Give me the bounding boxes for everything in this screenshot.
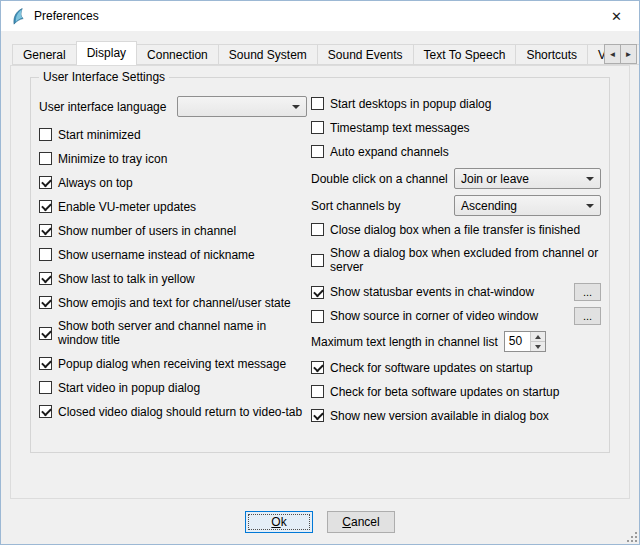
statusbar-events-config-button[interactable]: ...	[574, 283, 601, 301]
checkbox-timestamp-messages[interactable]: Timestamp text messages	[311, 120, 601, 135]
checkbox-label: Show number of users in channel	[58, 224, 236, 238]
checkbox-popup-text-message[interactable]: Popup dialog when receiving text message	[39, 356, 307, 371]
tab-scroll-left-button[interactable]: ◄	[604, 44, 621, 64]
tab-connection[interactable]: Connection	[136, 44, 219, 65]
video-source-config-button[interactable]: ...	[574, 307, 601, 325]
checkbox-label: Timestamp text messages	[330, 121, 470, 135]
checkbox-server-channel-title[interactable]: Show both server and channel name in win…	[39, 319, 307, 347]
tab-sound-system[interactable]: Sound System	[218, 44, 318, 65]
checkbox-box[interactable]	[311, 97, 324, 110]
video-source-row[interactable]: Show source in corner of video window ..…	[311, 307, 601, 325]
dialog-buttons: Ok Cancel	[1, 511, 639, 533]
checkbox-box[interactable]	[311, 121, 324, 134]
checkbox-label: Show new version available in dialog box	[330, 409, 549, 423]
tab-display[interactable]: Display	[76, 41, 137, 65]
language-select[interactable]	[177, 96, 307, 117]
language-label: User interface language	[39, 100, 166, 114]
tab-shortcuts[interactable]: Shortcuts	[515, 44, 588, 65]
checkbox-label: Start desktops in popup dialog	[330, 97, 491, 111]
checkbox-box[interactable]	[311, 223, 324, 236]
statusbar-events-row[interactable]: Show statusbar events in chat-window ...	[311, 283, 601, 301]
language-row: User interface language	[39, 96, 307, 117]
cancel-button[interactable]: Cancel	[327, 511, 395, 533]
checkbox-label: Show a dialog box when excluded from cha…	[330, 246, 601, 274]
checkbox-always-on-top[interactable]: Always on top	[39, 175, 307, 190]
checkbox-video-return-tab[interactable]: Closed video dialog should return to vid…	[39, 404, 307, 419]
spin-up-button[interactable]	[530, 332, 545, 341]
checkbox-box[interactable]	[39, 224, 52, 237]
checkbox-show-emojis[interactable]: Show emojis and text for channel/user st…	[39, 295, 307, 310]
tab-general[interactable]: General	[12, 44, 77, 65]
close-icon: ✕	[611, 9, 622, 24]
checkbox-box[interactable]	[39, 296, 52, 309]
checkbox-new-version-dialog[interactable]: Show new version available in dialog box	[311, 408, 601, 423]
double-click-value: Join or leave	[461, 172, 529, 186]
title-bar[interactable]: Preferences ✕	[1, 1, 639, 31]
checkbox-box[interactable]	[39, 357, 52, 370]
checkbox-box[interactable]	[39, 381, 52, 394]
checkbox-box[interactable]	[39, 405, 52, 418]
checkbox-box[interactable]	[311, 385, 324, 398]
checkbox-auto-expand[interactable]: Auto expand channels	[311, 144, 601, 159]
checkbox-label: Start video in popup dialog	[58, 381, 200, 395]
checkbox-box[interactable]	[311, 145, 324, 158]
checkbox-label: Show statusbar events in chat-window	[330, 285, 534, 299]
double-click-label: Double click on a channel	[311, 172, 448, 186]
checkbox-box[interactable]	[39, 152, 52, 165]
arrow-right-icon: ►	[625, 50, 633, 59]
arrow-down-icon	[535, 345, 541, 349]
checkbox-label: Auto expand channels	[330, 145, 449, 159]
max-text-length-spinner[interactable]: 50	[504, 331, 546, 352]
checkbox-box[interactable]	[311, 409, 324, 422]
max-text-length-value: 50	[505, 332, 530, 351]
cancel-key: C	[342, 515, 351, 529]
checkbox-start-minimized[interactable]: Start minimized	[39, 127, 307, 142]
group-title: User Interface Settings	[39, 70, 169, 84]
checkbox-excluded-dialog[interactable]: Show a dialog box when excluded from cha…	[311, 246, 601, 274]
tab-pane: User Interface Settings User interface l…	[10, 65, 630, 499]
checkbox-box[interactable]	[39, 248, 52, 261]
max-text-length-row: Maximum text length in channel list 50	[311, 331, 601, 352]
checkbox-label: Check for software updates on startup	[330, 361, 533, 375]
settings-columns: User interface language Start minimized …	[31, 78, 609, 432]
checkbox-box[interactable]	[39, 128, 52, 141]
sort-channels-row: Sort channels by Ascending	[311, 195, 601, 216]
checkbox-box[interactable]	[39, 176, 52, 189]
checkbox-box[interactable]	[311, 361, 324, 374]
resize-grip[interactable]	[625, 530, 637, 542]
tab-scroll-right-button[interactable]: ►	[620, 44, 637, 64]
checkbox-label: Show both server and channel name in win…	[58, 319, 307, 347]
app-icon	[10, 8, 27, 25]
checkbox-check-updates[interactable]: Check for software updates on startup	[311, 360, 601, 375]
checkbox-last-talk-yellow[interactable]: Show last to talk in yellow	[39, 271, 307, 286]
checkbox-vu-meter-updates[interactable]: Enable VU-meter updates	[39, 199, 307, 214]
cancel-rest: ancel	[351, 515, 380, 529]
max-text-length-label: Maximum text length in channel list	[311, 335, 498, 349]
double-click-select[interactable]: Join or leave	[454, 168, 601, 189]
checkbox-show-username[interactable]: Show username instead of nickname	[39, 247, 307, 262]
chevron-down-icon	[586, 177, 594, 181]
checkbox-box[interactable]	[39, 327, 52, 340]
checkbox-minimize-to-tray[interactable]: Minimize to tray icon	[39, 151, 307, 166]
close-button[interactable]: ✕	[594, 1, 639, 31]
left-column: User interface language Start minimized …	[39, 96, 307, 432]
checkbox-label: Enable VU-meter updates	[58, 200, 196, 214]
checkbox-box[interactable]	[311, 310, 324, 323]
checkbox-box[interactable]	[39, 200, 52, 213]
ok-key: O	[271, 515, 280, 529]
checkbox-video-popup[interactable]: Start video in popup dialog	[39, 380, 307, 395]
checkbox-label: Start minimized	[58, 128, 141, 142]
checkbox-desktops-popup[interactable]: Start desktops in popup dialog	[311, 96, 601, 111]
spin-down-button[interactable]	[530, 341, 545, 351]
checkbox-box[interactable]	[39, 272, 52, 285]
checkbox-box[interactable]	[311, 254, 324, 267]
tab-text-to-speech[interactable]: Text To Speech	[413, 44, 517, 65]
checkbox-label: Show username instead of nickname	[58, 248, 255, 262]
ok-button[interactable]: Ok	[245, 511, 313, 533]
checkbox-check-beta-updates[interactable]: Check for beta software updates on start…	[311, 384, 601, 399]
checkbox-box[interactable]	[311, 286, 324, 299]
checkbox-show-user-count[interactable]: Show number of users in channel	[39, 223, 307, 238]
checkbox-close-filetransfer[interactable]: Close dialog box when a file transfer is…	[311, 222, 601, 237]
tab-sound-events[interactable]: Sound Events	[317, 44, 414, 65]
sort-channels-select[interactable]: Ascending	[454, 195, 601, 216]
